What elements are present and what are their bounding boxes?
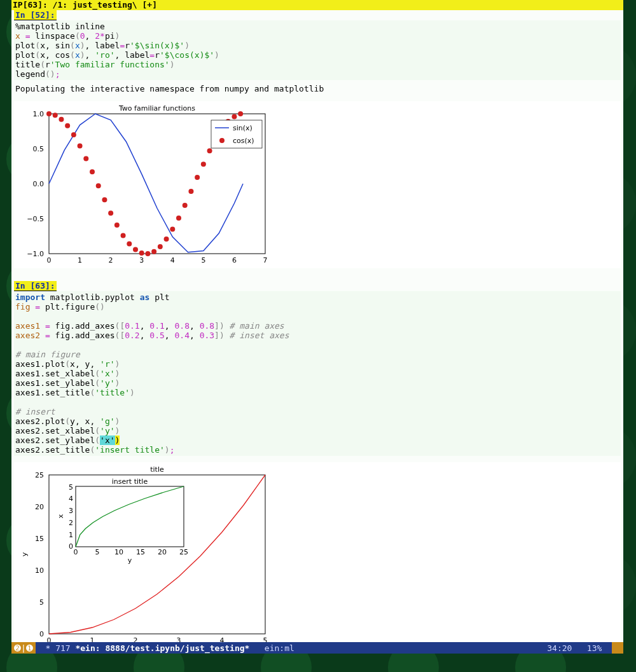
svg-text:y: y [128,556,132,565]
svg-text:1: 1 [78,256,82,264]
svg-point-49 [219,138,225,143]
chart-1-title: Two familiar functions [118,104,195,113]
svg-point-24 [108,210,113,216]
modeline-left: * 717 [36,643,76,653]
svg-point-40 [207,148,212,153]
svg-text:−1.0: −1.0 [27,250,44,258]
svg-text:5: 5 [39,598,44,607]
svg-text:10: 10 [35,566,44,575]
svg-point-36 [183,203,188,208]
svg-text:6: 6 [232,256,237,264]
svg-point-45 [238,111,243,116]
svg-text:4: 4 [69,495,73,503]
svg-point-14 [46,111,52,116]
svg-point-25 [114,223,120,228]
svg-text:7: 7 [263,256,268,264]
chart-2: title 0 5 10 15 20 25 0 [14,462,621,643]
svg-text:5: 5 [95,548,100,556]
notebook-content[interactable]: In [52]: %matplotlib inline x = linspace… [11,10,623,643]
svg-text:3: 3 [139,256,144,264]
modeline-position: 34:20 [547,643,572,653]
svg-point-29 [139,250,144,256]
svg-point-27 [127,242,132,247]
modeline: ➋|➊ * 717 *ein: 8888/test.ipynb/just_tes… [11,642,623,654]
chart-2-title: title [150,465,164,474]
svg-point-15 [53,113,58,118]
svg-text:0.0: 0.0 [33,180,45,188]
modeline-end [612,642,623,654]
modeline-indicators: ➋|➊ [11,642,36,654]
chart-1-legend: sin(x) cos(x) [211,120,262,148]
svg-text:25: 25 [35,471,44,479]
svg-text:25: 25 [179,548,188,556]
svg-text:3: 3 [69,507,73,515]
svg-text:0: 0 [39,630,44,638]
cell-2[interactable]: In [63]: import matplotlib.pyplot as plt… [14,281,621,643]
modeline-buffer-name: *ein: 8888/test.ipynb/just_testing* [75,643,249,653]
svg-point-21 [90,169,95,174]
svg-text:15: 15 [136,548,145,556]
svg-text:20: 20 [158,548,167,556]
cell-1-output-text: Populating the interactive namespace fro… [14,83,621,95]
svg-text:1: 1 [69,531,73,539]
svg-point-38 [195,175,200,180]
svg-text:2: 2 [69,519,73,527]
editor-window: IP[63]: /1: just_testing\ [+] In [52]: %… [11,0,623,643]
svg-text:0: 0 [69,542,73,551]
svg-point-20 [83,156,88,161]
svg-point-37 [188,189,193,194]
svg-text:5: 5 [69,483,73,491]
svg-point-34 [170,227,175,232]
cell-2-input[interactable]: import matplotlib.pyplot as plt fig = pl… [14,291,621,456]
svg-point-35 [176,216,181,221]
chart-2-svg: title 0 5 10 15 20 25 0 [14,462,281,643]
cell-1-input[interactable]: %matplotlib inline x = linspace(0, 2*pi)… [14,20,621,80]
svg-point-44 [232,114,237,119]
svg-text:4: 4 [170,256,175,264]
svg-text:20: 20 [35,503,44,511]
svg-point-39 [201,161,206,167]
svg-text:15: 15 [35,535,44,543]
svg-text:5: 5 [201,256,205,264]
svg-point-31 [151,249,156,254]
svg-rect-64 [76,486,184,547]
svg-text:1.0: 1.0 [33,110,45,118]
svg-text:0.5: 0.5 [33,145,45,153]
svg-text:10: 10 [114,548,123,556]
svg-text:0: 0 [47,256,52,264]
window-titlebar: IP[63]: /1: just_testing\ [+] [11,0,623,10]
svg-text:2: 2 [109,256,113,264]
svg-text:−0.5: −0.5 [27,215,44,223]
modeline-percent: 13% [572,643,612,653]
svg-point-22 [96,183,101,188]
chart-1-svg: Two familiar functions 1.0 0.5 0.0 −0.5 … [14,101,268,266]
chart-1: Two familiar functions 1.0 0.5 0.0 −0.5 … [14,101,621,268]
svg-text:sin(x): sin(x) [233,124,252,132]
svg-point-19 [78,144,83,149]
svg-text:x: x [57,514,65,518]
svg-point-18 [71,132,76,137]
svg-point-33 [164,237,169,242]
chart-2-inset: insert title 0 1 2 3 4 5 0 5 10 [57,477,188,565]
svg-point-32 [158,244,163,249]
cell-1[interactable]: In [52]: %matplotlib inline x = linspace… [14,10,621,268]
svg-point-28 [133,247,138,252]
svg-point-30 [145,251,150,256]
svg-point-26 [121,233,126,238]
svg-text:cos(x): cos(x) [233,137,254,145]
svg-point-16 [59,117,64,122]
chart-2-ylabel: y [20,552,29,556]
svg-text:insert title: insert title [112,477,148,486]
svg-point-23 [102,197,107,202]
modeline-mode: ein:ml [249,643,294,653]
svg-text:0: 0 [74,548,78,556]
cell-2-prompt: In [63]: [14,281,57,291]
cell-1-prompt: In [52]: [14,10,57,20]
svg-point-17 [65,123,70,128]
